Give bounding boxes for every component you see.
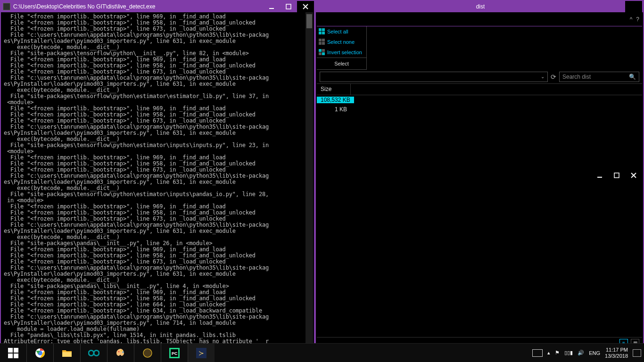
console-scrollbar[interactable]: ▲ ▼ — [305, 12, 313, 348]
invert-selection-button[interactable]: Invert selection — [317, 47, 366, 58]
arduino-icon — [88, 347, 99, 359]
invert-selection-icon — [319, 49, 325, 56]
console-icon: ≻ — [196, 347, 207, 359]
tray-overflow-icon[interactable]: ▴ — [547, 350, 550, 356]
console-titlebar[interactable]: C:\Users\Desktop\Celebrities No GIT\dist… — [1, 1, 314, 12]
select-none-icon — [319, 39, 325, 45]
clock-time: 11:17 PM — [605, 347, 628, 353]
taskbar: PC ≻ ▴ ⚑ ▯▯▮ 🔊 ENG 11:17 PM 13/3/2018 — [0, 343, 644, 362]
svg-point-15 — [143, 349, 152, 357]
windows-logo-icon — [8, 348, 18, 358]
ribbon-strip: ^ ? — [317, 12, 642, 26]
explorer-title: dist — [476, 3, 485, 10]
svg-point-10 — [89, 350, 94, 355]
paint-icon — [115, 347, 126, 359]
clock-date: 13/3/2018 — [605, 353, 628, 359]
select-group: Select all Select none Invert selection … — [317, 26, 367, 70]
select-none-button[interactable]: Select none — [317, 37, 366, 47]
select-all-label: Select all — [327, 29, 348, 34]
explorer-window: dist ^ ? Select all Select none Invert s… — [315, 0, 644, 350]
svg-point-12 — [118, 351, 120, 352]
help-icon[interactable]: ? — [636, 16, 639, 23]
action-center-icon[interactable] — [633, 349, 641, 357]
svg-point-13 — [121, 350, 122, 351]
select-none-label: Select none — [327, 39, 355, 45]
file-list: 108,532 KB 1 KB — [317, 95, 642, 335]
language-indicator[interactable]: ENG — [589, 350, 600, 356]
address-input[interactable]: ⌄ — [320, 72, 548, 82]
search-input[interactable]: Search dist 🔍 — [559, 72, 639, 82]
file-row[interactable]: 108,532 KB — [317, 95, 642, 105]
medallion-icon — [142, 347, 153, 359]
taskbar-pycharm[interactable]: PC — [161, 344, 188, 362]
maximize-button[interactable] — [280, 1, 297, 12]
select-all-button[interactable]: Select all — [317, 26, 366, 37]
console-output: File "<frozen importlib._bootstrap>", li… — [2, 12, 313, 348]
svg-text:≻: ≻ — [198, 349, 204, 357]
minimize-button[interactable] — [263, 1, 280, 12]
console-title: C:\Users\Desktop\Celebrities No GIT\dist… — [13, 3, 260, 10]
address-bar: ⌄ ⟳ Search dist 🔍 — [317, 70, 642, 84]
search-placeholder: Search dist — [562, 74, 591, 80]
select-all-icon — [319, 28, 325, 35]
flag-icon[interactable]: ⚑ — [555, 350, 560, 356]
taskbar-running-console[interactable]: ≻ — [188, 344, 215, 362]
column-headers: Size — [317, 84, 642, 95]
svg-text:PC: PC — [172, 351, 178, 356]
file-size: 1 KB — [317, 106, 351, 113]
taskbar-arduino[interactable] — [81, 344, 107, 362]
pycharm-icon: PC — [169, 347, 180, 359]
start-button[interactable] — [0, 344, 26, 362]
folder-icon — [61, 347, 73, 359]
svg-rect-1 — [286, 4, 291, 9]
taskbar-explorer[interactable] — [54, 344, 80, 362]
taskbar-chrome[interactable] — [27, 344, 53, 362]
keyboard-icon[interactable] — [532, 349, 543, 357]
refresh-icon[interactable]: ⟳ — [551, 73, 556, 81]
close-button[interactable] — [297, 1, 314, 12]
chevron-down-icon[interactable]: ⌄ — [541, 74, 545, 79]
svg-point-11 — [94, 350, 99, 355]
volume-icon[interactable]: 🔊 — [578, 350, 584, 356]
search-icon: 🔍 — [629, 74, 636, 80]
taskbar-app-1[interactable] — [134, 344, 161, 362]
app-icon — [3, 3, 10, 10]
file-size: 108,532 KB — [317, 97, 354, 103]
chrome-icon — [34, 347, 46, 359]
svg-point-14 — [123, 351, 124, 353]
invert-selection-label: Invert selection — [327, 49, 362, 55]
network-icon[interactable]: ▯▯▮ — [564, 350, 573, 356]
column-size-label: Size — [321, 86, 331, 92]
file-row[interactable]: 1 KB — [317, 105, 642, 114]
console-window: C:\Users\Desktop\Celebrities No GIT\dist… — [0, 0, 315, 350]
clock[interactable]: 11:17 PM 13/3/2018 — [605, 347, 628, 359]
select-group-label: Select — [317, 58, 366, 69]
column-size-header[interactable]: Size — [317, 84, 351, 95]
scroll-thumb[interactable] — [306, 14, 312, 28]
taskbar-paint[interactable] — [107, 344, 134, 362]
ribbon-collapse-icon[interactable]: ^ — [630, 16, 633, 23]
explorer-titlebar[interactable]: dist — [316, 1, 643, 12]
